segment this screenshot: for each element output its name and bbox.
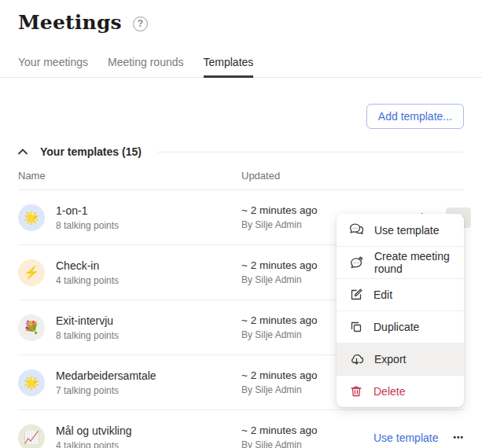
menu-item-label: Export (374, 353, 406, 365)
column-header-name: Name (18, 170, 241, 182)
table-header-row: Name Updated (0, 170, 482, 182)
row-menu-ellipsis-icon[interactable]: ••• (446, 428, 471, 448)
menu-item-label: Use template (374, 224, 439, 237)
template-emoji-avatar: ⚡ (18, 259, 45, 286)
toolbar: Add template... (0, 78, 482, 129)
row-context-menu: Use template Create meeting round (337, 214, 464, 407)
template-emoji-avatar: 📈 (18, 424, 45, 448)
template-talking-points: 4 talking points (56, 440, 132, 448)
use-template-link[interactable]: Use template (373, 431, 438, 444)
template-talking-points: 7 talking points (56, 385, 156, 396)
menu-item-edit[interactable]: Edit (337, 278, 464, 310)
tab-templates[interactable]: Templates (204, 51, 254, 77)
section-divider (157, 152, 464, 152)
template-updated-by: By Silje Admin (241, 439, 373, 448)
page-header: Meetings ? (0, 0, 482, 34)
menu-item-label: Create meeting round (374, 250, 451, 275)
tab-your-meetings[interactable]: Your meetings (18, 51, 88, 77)
menu-item-label: Delete (373, 385, 405, 398)
template-emoji-avatar: 🌟 (18, 369, 45, 396)
edit-icon (349, 288, 363, 302)
duplicate-icon (349, 320, 363, 334)
template-name: Mål og utvikling (56, 424, 132, 437)
menu-item-delete[interactable]: Delete (337, 375, 464, 407)
templates-section-header: Your templates (15) (0, 145, 482, 158)
template-name: Check-in (56, 259, 119, 272)
chevron-up-icon[interactable] (18, 149, 28, 155)
tab-meeting-rounds[interactable]: Meeting rounds (108, 51, 184, 77)
tab-bar: Your meetings Meeting rounds Templates (0, 51, 482, 78)
table-row: 📈 Mål og utvikling 4 talking points ~ 2 … (18, 410, 464, 448)
page-title: Meetings (18, 11, 122, 34)
help-icon[interactable]: ? (133, 17, 148, 31)
menu-item-duplicate[interactable]: Duplicate (337, 310, 464, 343)
template-name: 1-on-1 (56, 204, 119, 217)
trash-icon (349, 384, 363, 398)
template-name: Exit-intervju (56, 314, 119, 327)
section-title: Your templates (15) (40, 145, 142, 158)
column-header-updated: Updated (241, 170, 464, 182)
menu-item-label: Duplicate (373, 321, 419, 333)
chat-round-icon (349, 256, 364, 270)
template-name: Medarbeidersamtale (56, 369, 156, 382)
menu-item-export[interactable]: Export (337, 343, 464, 375)
menu-item-use-template[interactable]: Use template (337, 214, 464, 246)
template-updated: ~ 2 minutes ago (241, 424, 373, 436)
template-talking-points: 8 talking points (56, 220, 119, 231)
menu-item-create-meeting-round[interactable]: Create meeting round (337, 246, 464, 278)
meetings-page: Meetings ? Your meetings Meeting rounds … (0, 0, 482, 448)
template-emoji-avatar: 🌟 (18, 204, 45, 231)
chat-bubbles-icon (349, 223, 364, 237)
template-emoji-avatar: 💐 (18, 314, 45, 341)
export-cloud-icon (349, 353, 364, 366)
add-template-button[interactable]: Add template... (366, 104, 464, 129)
template-talking-points: 8 talking points (56, 330, 119, 341)
template-talking-points: 4 talking points (56, 275, 119, 286)
menu-item-label: Edit (373, 288, 392, 301)
